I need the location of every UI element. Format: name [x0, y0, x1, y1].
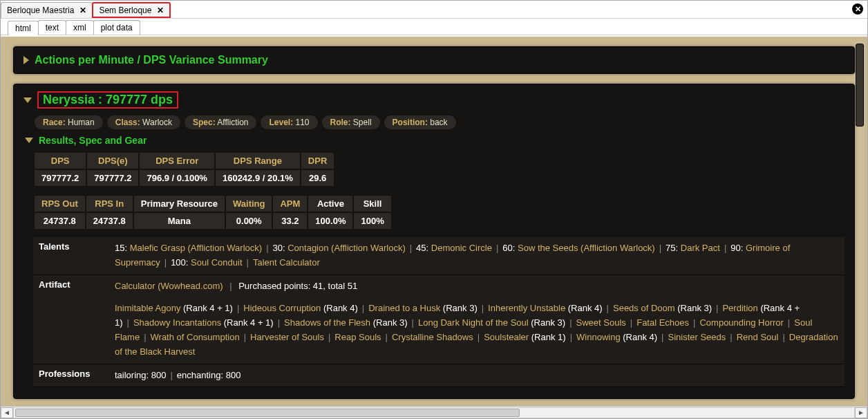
artifact-trait-link[interactable]: Sweet Souls	[576, 317, 626, 328]
close-icon[interactable]: ✕	[157, 6, 164, 15]
table-cell: 29.6	[301, 170, 334, 186]
artifact-trait-link[interactable]: Inherently Unstable	[488, 303, 565, 313]
table-cell: 0.00%	[226, 213, 272, 229]
detail-grid: Talents 15: Malefic Grasp (Affliction Wa…	[33, 237, 845, 387]
table-header: RPS In	[86, 196, 133, 212]
profession-item: tailoring: 800	[115, 370, 166, 380]
professions-label: Professions	[33, 364, 109, 387]
view-tab-xml[interactable]: xml	[66, 20, 94, 35]
character-title[interactable]: Neryssia : 797777 dps	[37, 91, 178, 109]
artifact-trait-link[interactable]: Hideous Corruption	[243, 303, 321, 313]
file-tab[interactable]: Berloque Maestria✕	[1, 2, 93, 18]
talent-link[interactable]: Sow the Seeds (Affliction Warlock)	[518, 243, 655, 253]
artifact-trait-link[interactable]: Long Dark Night of the Soul	[418, 317, 529, 328]
report-viewport[interactable]: Actions per Minute / DPS Variance Summar…	[1, 37, 867, 406]
table-header: RPS Out	[35, 196, 85, 212]
artifact-trait-link[interactable]: Reap Souls	[334, 332, 381, 342]
view-tab-html[interactable]: html	[8, 21, 39, 35]
info-pill: Race: Human	[35, 115, 103, 129]
scroll-left-button[interactable]: ◄	[1, 407, 13, 418]
horizontal-scrollbar[interactable]: ◄ ►	[1, 406, 867, 418]
artifact-trait-rank: (Rank 1)	[529, 332, 565, 342]
info-pill: Class: Warlock	[107, 115, 180, 129]
artifact-trait-rank: (Rank 4 + 1)	[180, 303, 233, 313]
info-pill: Spec: Affliction	[185, 115, 257, 129]
talent-tier: 100:	[171, 257, 191, 268]
scroll-right-button[interactable]: ►	[855, 407, 867, 418]
table-cell: 24737.8	[35, 213, 85, 229]
section-character: Neryssia : 797777 dps Race: HumanClass: …	[13, 84, 855, 399]
talent-link[interactable]: Dark Pact	[681, 243, 720, 253]
results-header[interactable]: Results, Spec and Gear	[25, 135, 845, 146]
table-header: DPS(e)	[87, 153, 138, 169]
talent-tier: 75:	[666, 243, 681, 253]
chevron-down-icon	[25, 138, 33, 143]
talent-link[interactable]: Demonic Circle	[431, 243, 492, 253]
artifact-trait-link[interactable]: Soulstealer	[484, 332, 529, 342]
talents-label: Talents	[33, 237, 109, 274]
file-tab[interactable]: Sem Berloque✕	[92, 2, 171, 18]
artifact-trait-link[interactable]: Compounding Horror	[699, 317, 783, 328]
artifact-calculator-link[interactable]: Calculator (Wowhead.com)	[115, 281, 223, 291]
table-cell: 797777.2	[35, 170, 86, 186]
table-header: DPR	[301, 153, 334, 169]
artifact-trait-rank: (Rank 3)	[529, 317, 565, 328]
talent-tier: 60:	[502, 243, 518, 253]
artifact-trait-link[interactable]: Rend Soul	[737, 332, 779, 342]
table-cell: 100.0%	[308, 213, 352, 229]
table-header: DPS	[35, 153, 86, 169]
table-cell: 33.2	[273, 213, 307, 229]
view-tab-bar: htmltextxmlplot data	[1, 19, 867, 35]
table-header: DPS Error	[140, 153, 214, 169]
artifact-trait-link[interactable]: Seeds of Doom	[613, 303, 675, 313]
table-header: Skill	[354, 196, 390, 212]
section-apm-title: Actions per Minute / DPS Variance Summar…	[35, 54, 268, 66]
table-header: Primary Resource	[134, 196, 225, 212]
talent-link[interactable]: Contagion (Affliction Warlock)	[287, 243, 406, 253]
talent-link[interactable]: Soul Conduit	[191, 257, 242, 268]
talent-tier: 45:	[416, 243, 431, 253]
view-tab-plot-data[interactable]: plot data	[93, 20, 140, 35]
table-cell: 797777.2	[87, 170, 138, 186]
talent-calculator-link[interactable]: Talent Calculator	[253, 257, 320, 268]
artifact-trait-link[interactable]: Harvester of Souls	[250, 332, 324, 342]
info-pill: Role: Spell	[322, 115, 380, 129]
artifact-trait-link[interactable]: Drained to a Husk	[368, 303, 440, 313]
table-header: DPS Range	[216, 153, 300, 169]
artifact-trait-link[interactable]: Wrath of Consumption	[151, 332, 240, 342]
talent-link[interactable]: Malefic Grasp (Affliction Warlock)	[130, 243, 262, 253]
stats-table-resource: RPS OutRPS InPrimary ResourceWaitingAPMA…	[33, 194, 393, 230]
artifact-trait-link[interactable]: Fatal Echoes	[636, 317, 689, 328]
stats-table-dps: DPSDPS(e)DPS ErrorDPS RangeDPR 797777.27…	[33, 151, 335, 187]
table-cell: 24737.8	[86, 213, 133, 229]
close-all-button[interactable]: ✕	[852, 3, 863, 15]
artifact-trait-link[interactable]: Crystalline Shadows	[392, 332, 473, 342]
profession-item: enchanting: 800	[177, 370, 241, 380]
results-header-label: Results, Spec and Gear	[39, 135, 147, 146]
vertical-scrollbar[interactable]	[855, 42, 866, 400]
scrollbar-thumb[interactable]	[15, 409, 520, 417]
table-cell: Mana	[134, 213, 225, 229]
artifact-trait-rank: (Rank 4)	[321, 303, 357, 313]
file-tab-bar: Berloque Maestria✕Sem Berloque✕ ✕	[1, 1, 867, 19]
file-tab-label: Berloque Maestria	[7, 6, 74, 15]
section-apm[interactable]: Actions per Minute / DPS Variance Summar…	[13, 46, 855, 74]
artifact-trait-rank: (Rank 3)	[440, 303, 477, 313]
view-tab-text[interactable]: text	[38, 20, 66, 35]
artifact-trait-link[interactable]: Winnowing	[576, 332, 621, 342]
artifact-trait-rank: (Rank 4)	[621, 332, 657, 342]
scrollbar-thumb[interactable]	[856, 44, 864, 127]
file-tab-label: Sem Berloque	[99, 6, 151, 15]
close-icon[interactable]: ✕	[79, 6, 86, 15]
artifact-trait-link[interactable]: Shadows of the Flesh	[284, 317, 370, 328]
artifact-trait-link[interactable]: Inimitable Agony	[115, 303, 180, 313]
artifact-trait-link[interactable]: Sinister Seeds	[668, 332, 726, 342]
talent-tier: 15:	[115, 243, 130, 253]
artifact-trait-rank: (Rank 4 + 1)	[221, 317, 274, 328]
professions-row: Professions tailoring: 800|enchanting: 8…	[33, 364, 845, 388]
table-cell: 796.9 / 0.100%	[140, 170, 214, 186]
artifact-trait-rank: (Rank 3)	[370, 317, 407, 328]
artifact-trait-rank: (Rank 3)	[675, 303, 712, 313]
artifact-trait-link[interactable]: Shadowy Incantations	[133, 317, 221, 328]
artifact-trait-link[interactable]: Perdition	[722, 303, 757, 313]
